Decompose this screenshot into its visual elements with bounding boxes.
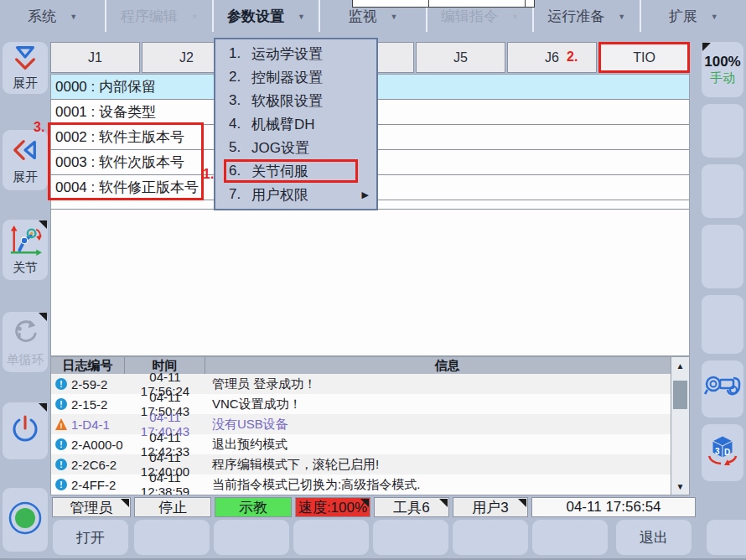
log-id: 2-4FF-2 <box>71 478 116 492</box>
log-cell-id: !2-4FF-2 <box>51 478 125 492</box>
scroll-down-icon[interactable]: ▼ <box>671 480 689 493</box>
log-id: 2-A000-0 <box>71 438 123 452</box>
dropdown-item-1[interactable]: 1.运动学设置 <box>215 42 376 65</box>
status-停止[interactable]: 停止 <box>134 497 211 517</box>
param-settings-dropdown: 1.运动学设置2.控制器设置3.软极限设置4.机械臂DH5.JOG设置6.关节伺… <box>214 38 378 210</box>
status-工具6[interactable]: 工具6 <box>374 497 449 517</box>
menu-系统[interactable]: 系统▼ <box>0 0 106 32</box>
log-cell-id: !1-D4-1 <box>51 417 125 432</box>
open-button[interactable]: 打开 <box>53 520 128 555</box>
soft-key-empty[interactable] <box>134 520 210 555</box>
soft-key-empty[interactable] <box>453 520 528 555</box>
dropdown-item-label: JOG设置 <box>251 138 309 158</box>
log-message: 程序编辑模式下，滚轮已启用! <box>205 457 671 473</box>
dropdown-item-box: 1.运动学设置 <box>224 42 358 65</box>
log-message: 没有USB设备 <box>205 417 671 433</box>
soft-key-empty[interactable] <box>532 520 608 555</box>
dropdown-item-label: 运动学设置 <box>251 44 323 64</box>
soft-key-empty[interactable] <box>293 520 369 555</box>
menu-label: 系统 <box>28 7 56 26</box>
scroll-thumb[interactable] <box>673 381 687 409</box>
dropdown-item-box: 5.JOG设置 <box>224 136 358 159</box>
status-管理员[interactable]: 管理员 <box>52 497 131 517</box>
log-message: 退出预约模式 <box>205 437 671 453</box>
right-rail-button-partial[interactable] <box>707 520 746 555</box>
expand-down-icon <box>10 44 40 75</box>
status-用户3[interactable]: 用户3 <box>453 497 528 517</box>
dropdown-item-label: 用户权限 <box>251 185 308 205</box>
status-速度:100%[interactable]: 速度:100% <box>295 497 370 517</box>
power-icon <box>8 412 42 449</box>
right-rail-button-4[interactable] <box>702 295 743 354</box>
dropdown-item-4[interactable]: 4.机械臂DH <box>215 112 376 136</box>
log-scrollbar[interactable]: ▲ ▼ <box>671 357 689 495</box>
chevron-down-icon: ▼ <box>191 11 199 21</box>
menu-扩展[interactable]: 扩展▼ <box>641 0 746 32</box>
log-message: 管理员 登录成功！ <box>205 376 671 392</box>
tab-j6[interactable]: J6 <box>507 42 597 73</box>
chevron-down-icon: ▼ <box>511 11 519 21</box>
info-icon: ! <box>55 398 67 410</box>
power-button[interactable] <box>3 402 48 459</box>
status-示教[interactable]: 示教 <box>215 497 292 517</box>
dropdown-item-label: 软极限设置 <box>251 91 323 111</box>
menu-label: 扩展 <box>669 7 697 26</box>
menu-运行准备[interactable]: 运行准备▼ <box>534 0 640 32</box>
exit-button[interactable]: 退出 <box>616 520 692 555</box>
dropdown-item-label: 机械臂DH <box>251 115 315 134</box>
right-rail-button-2[interactable] <box>702 164 743 218</box>
tab-tio[interactable]: TIO <box>598 42 690 73</box>
single-cycle-label: 单循环 <box>7 352 44 368</box>
fragment-divider <box>428 0 429 7</box>
chevron-down-icon: ▼ <box>711 11 718 21</box>
expand-left-button[interactable]: 展开 <box>3 130 48 190</box>
soft-key-empty[interactable] <box>373 520 448 555</box>
log-message: 当前指令模式已切换为:高级指令模式. <box>205 477 671 493</box>
dropdown-item-number: 7. <box>226 186 251 203</box>
joint-mode-button[interactable]: 关节 <box>3 220 48 280</box>
info-icon: ! <box>55 378 67 390</box>
log-time: 04-11 12:38:59 <box>125 470 205 495</box>
menu-label: 监视 <box>349 7 377 26</box>
dropdown-item-box: 4.机械臂DH <box>224 112 358 136</box>
scroll-up-icon[interactable]: ▲ <box>671 359 689 372</box>
controller-button[interactable] <box>702 360 743 417</box>
log-row[interactable]: !2-4FF-204-11 12:38:59当前指令模式已切换为:高级指令模式. <box>51 474 671 495</box>
dropdown-item-label: 关节伺服 <box>251 162 308 181</box>
dropdown-item-7[interactable]: 7.用户权限▶ <box>215 183 376 206</box>
log-panel: 日志编号 时间 信息 !2-59-204-11 17:56:24管理员 登录成功… <box>50 356 690 495</box>
robot-joint-icon <box>8 224 43 259</box>
dropdown-item-6[interactable]: 6.关节伺服 <box>215 159 376 183</box>
record-enable-button[interactable] <box>3 488 48 552</box>
menu-程序编辑[interactable]: 程序编辑▼ <box>106 0 213 32</box>
expand-down-button[interactable]: 展开 <box>3 42 48 94</box>
info-icon: ! <box>55 459 67 470</box>
log-cell-id: !2-2C6-2 <box>51 458 125 472</box>
submenu-arrow-icon: ▶ <box>362 189 369 200</box>
view-3d-button[interactable]: 3 D <box>702 424 743 481</box>
tab-j1[interactable]: J1 <box>50 42 140 73</box>
dropdown-item-box: 7.用户权限 <box>224 183 358 206</box>
window-fragment <box>352 0 535 8</box>
dropdown-item-number: 4. <box>226 116 251 132</box>
single-cycle-icon <box>9 316 41 351</box>
speed-mode-button[interactable]: 100% 手动 <box>702 42 743 97</box>
log-row[interactable]: !新建文件 <box>51 495 671 495</box>
dropdown-item-3[interactable]: 3.软极限设置 <box>215 89 376 112</box>
dropdown-item-number: 1. <box>226 45 251 62</box>
right-rail-button-1[interactable] <box>702 104 743 158</box>
dropdown-item-5[interactable]: 5.JOG设置 <box>215 136 376 159</box>
soft-key-empty[interactable] <box>214 520 289 555</box>
log-message: VNC设置成功！ <box>205 397 671 412</box>
menu-label: 运行准备 <box>547 7 604 26</box>
menu-参数设置[interactable]: 参数设置▼ <box>214 0 320 32</box>
single-cycle-button[interactable]: 单循环 <box>3 312 48 372</box>
menu-label: 参数设置 <box>227 7 284 26</box>
chevron-down-icon: ▼ <box>618 11 625 21</box>
cube-3d-icon: 3 D <box>704 433 741 472</box>
dropdown-item-2[interactable]: 2.控制器设置 <box>215 65 376 89</box>
dropdown-item-number: 2. <box>226 69 251 86</box>
right-rail-button-3[interactable] <box>702 225 743 288</box>
dropdown-item-box: 6.关节伺服 <box>224 159 358 183</box>
tab-j5[interactable]: J5 <box>416 42 505 73</box>
